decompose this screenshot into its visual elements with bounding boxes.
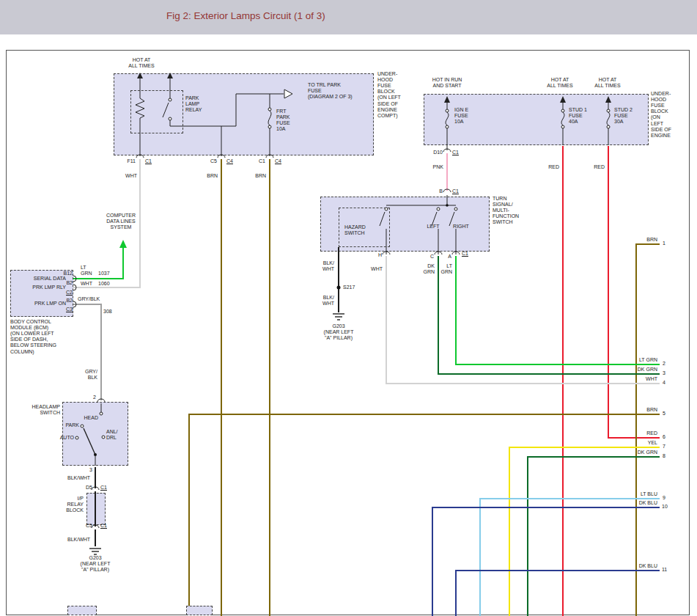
box-ip-relay-block <box>86 493 106 525</box>
box-underhood-fuse-block-right <box>424 94 649 145</box>
figure-header: Fig 2: Exterior Lamps Circuit (1 of 3) <box>0 0 697 34</box>
box-cutoff-left <box>67 606 97 615</box>
figure-page: Fig 2: Exterior Lamps Circuit (1 of 3) <box>0 0 697 616</box>
figure-title: Fig 2: Exterior Lamps Circuit (1 of 3) <box>166 10 325 21</box>
box-hazard-switch <box>339 208 390 247</box>
box-cutoff-mid <box>186 606 213 615</box>
box-bcm <box>10 270 73 317</box>
box-headlamp-switch <box>62 402 128 466</box>
box-park-lamp-relay <box>130 90 183 133</box>
